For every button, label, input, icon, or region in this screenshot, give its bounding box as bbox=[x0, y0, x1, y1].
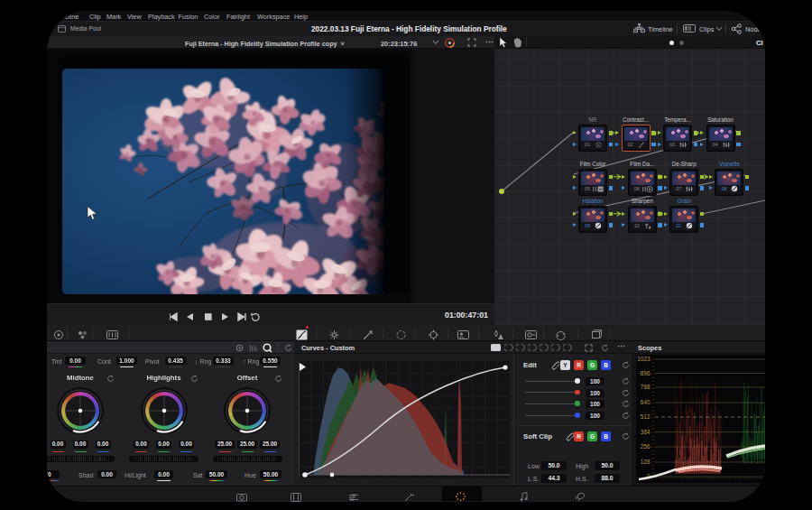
svg-text:768: 768 bbox=[641, 384, 651, 390]
svg-text:640: 640 bbox=[641, 399, 651, 405]
svg-text:256: 256 bbox=[641, 443, 651, 450]
svg-text:128: 128 bbox=[641, 459, 651, 465]
svg-text:896: 896 bbox=[641, 370, 651, 376]
svg-text:384: 384 bbox=[641, 429, 651, 435]
svg-text:512: 512 bbox=[641, 413, 651, 420]
svg-text:1023: 1023 bbox=[637, 356, 651, 362]
